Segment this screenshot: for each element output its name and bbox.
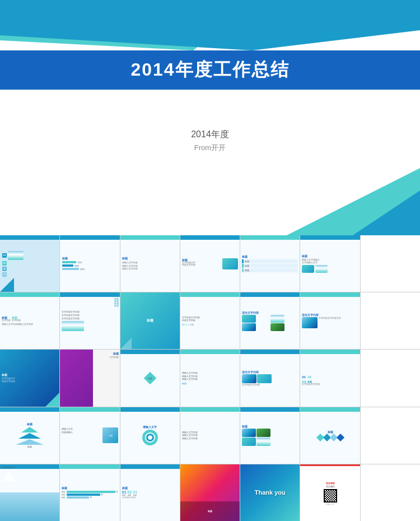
thumb-2-6[interactable]: 适当文字内容 文字内容文字内容文字: [300, 292, 360, 349]
thumb-2-7: [361, 292, 420, 349]
thumb-3-6[interactable]: 01 标题 02 标题 文字内容文字内容: [300, 350, 360, 406]
cover-slide: 2014年度工作总结 2014年度 From开开: [0, 0, 420, 235]
thumb-3-2[interactable]: 标题 文字内容: [60, 350, 119, 406]
thumb-2-5[interactable]: 适当文字内容: [240, 292, 300, 349]
thumb-1-7: [361, 235, 420, 292]
thumbnail-grid: 01 02 03 04 标题: [0, 235, 420, 521]
thumb-2-2[interactable]: 文字内容文字内容文字内容文字内容文字内容文字内容 标题标题标题标题: [60, 292, 119, 349]
thumb-3-5[interactable]: 适当文字内容 文字内容文字内容: [240, 350, 300, 406]
thumb-1-3[interactable]: 标题 请输入文字内容请输入文字内容请输入文字内容: [120, 235, 180, 292]
cover-subtitle-from: From开开: [0, 143, 420, 153]
thumb-4-4[interactable]: 请输入文字内容请输入文字内容请输入文字内容: [180, 407, 240, 464]
thumb-1-4[interactable]: 标题 文字内容文字内容文字内容: [180, 235, 240, 292]
thumb-3-3[interactable]: 标题: [120, 350, 180, 406]
thumb-3-1[interactable]: 标题 文字内容文字内容文字内容: [0, 350, 59, 406]
thumb-4-1[interactable]: 标题 标题: [0, 407, 59, 464]
thankyou-text: Thank you: [255, 489, 286, 496]
thumb-1-6[interactable]: 标题 请输入文字请输入文字请输入文字: [300, 235, 360, 292]
thumb-1-1[interactable]: 01 02 03 04: [0, 235, 59, 292]
thumb-5-5[interactable]: Thank you: [240, 464, 300, 521]
thumb-1-2[interactable]: 标题 75% 60% 90%: [60, 235, 119, 292]
thumb-3-7: [361, 350, 420, 406]
thumb-3-4[interactable]: 请输入文字内容请输入文字内容请输入文字内容 标题: [180, 350, 240, 406]
thumb-5-7: [361, 464, 420, 521]
thumb-4-2[interactable]: 请输入文字内容请输入 人物: [60, 407, 119, 464]
thumb-4-7: [361, 407, 420, 464]
cover-blue-stripe: 2014年度工作总结: [0, 50, 420, 90]
thumb-2-1[interactable]: 标题 文字内容 标题 文字内容 请输入文字内容请输入文字内容: [0, 292, 59, 349]
thumb-5-3[interactable]: 标题 01 标题 02 标题 03 标题 文字内容文字内容: [120, 464, 180, 521]
thumb-4-6[interactable]: 标题: [300, 407, 360, 464]
thumb-2-3[interactable]: 标题: [120, 292, 180, 349]
thumb-5-1[interactable]: 文字内容文字: [0, 464, 59, 521]
thumb-1-5[interactable]: 标题 标题 标题 标题: [240, 235, 300, 292]
thumb-5-6[interactable]: 更多精彩 关注我们 扫描公众号: [300, 464, 360, 521]
thumb-4-3[interactable]: 请输入文字: [120, 407, 180, 464]
cover-subtitle-year: 2014年度: [0, 129, 420, 141]
thumb-2-4[interactable]: 文字内容文字内容内容文字内容 01 02 03 04: [180, 292, 240, 349]
cover-subtitle: 2014年度 From开开: [0, 129, 420, 153]
thumb-5-4[interactable]: 标题: [180, 464, 240, 521]
cover-title: 2014年度工作总结: [130, 58, 289, 82]
thumb-4-5[interactable]: 标题: [240, 407, 300, 464]
thumb-5-2[interactable]: 标题 标题 01 标题 02 标题 03: [60, 464, 119, 521]
